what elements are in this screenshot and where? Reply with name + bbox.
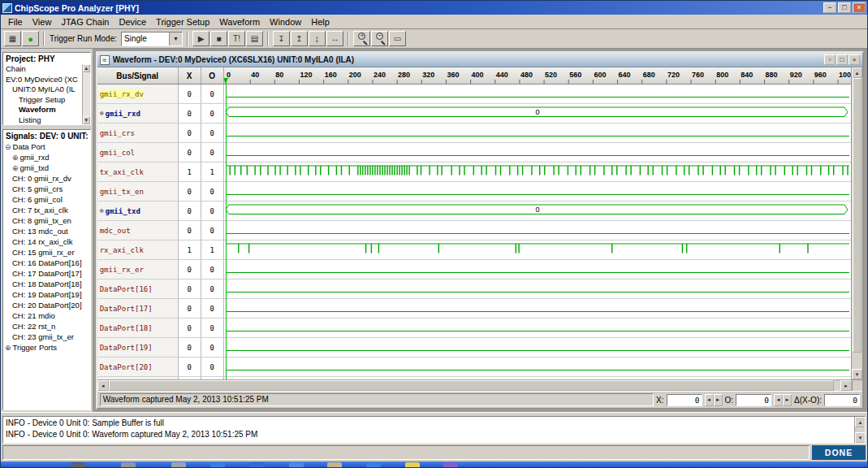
scroll-down-icon[interactable]: [83, 116, 90, 124]
signal-tree-item[interactable]: CH: 22 rst_n: [3, 321, 90, 332]
signal-waveform[interactable]: [224, 84, 851, 104]
maximize-button[interactable]: □: [838, 2, 851, 13]
signal-name[interactable]: DataPort[18]: [97, 318, 179, 338]
expand-icon[interactable]: ⊕: [100, 110, 104, 117]
project-tree-item[interactable]: Trigger Setup: [3, 95, 90, 106]
signal-waveform[interactable]: [224, 338, 851, 358]
signal-waveform[interactable]: [224, 280, 851, 299]
signal-tree-item[interactable]: CH: 13 mdc_out: [3, 226, 90, 236]
expand-icon[interactable]: ⊕: [5, 343, 11, 353]
zoom-fit-icon[interactable]: ▭: [389, 31, 406, 46]
expand-icon[interactable]: ⊕: [12, 153, 19, 162]
zoom-in-icon[interactable]: +: [353, 31, 370, 46]
signal-tree-item[interactable]: CH: 0 gmii_rx_dv: [3, 173, 90, 184]
signal-waveform[interactable]: [224, 124, 851, 143]
signal-name[interactable]: DataPort[20]: [97, 358, 179, 377]
expand-icon[interactable]: ⊕: [100, 207, 104, 214]
signal-tree-item[interactable]: CH: 6 gmii_col: [3, 194, 90, 205]
scrollbar-thumb[interactable]: [109, 380, 834, 391]
signal-waveform[interactable]: [224, 143, 851, 162]
signal-name[interactable]: ⊕gmii_rxd: [97, 104, 179, 124]
signal-name[interactable]: gmii_rx_dv: [97, 84, 179, 104]
expand-icon[interactable]: ⊕: [12, 163, 19, 173]
signal-tree-item[interactable]: CH: 21 mdio: [3, 310, 90, 321]
signal-tree-item[interactable]: CH: 18 DataPort[18]: [3, 279, 90, 289]
wf-restore-button[interactable]: ▫: [824, 54, 836, 65]
taskbar-item[interactable]: [405, 462, 420, 467]
signal-name[interactable]: mdc_out: [97, 221, 179, 240]
menu-device[interactable]: Device: [114, 16, 151, 28]
scroll-down-icon[interactable]: [855, 432, 866, 443]
signal-tree-item[interactable]: ⊕Trigger Ports: [3, 342, 90, 353]
scroll-right-icon[interactable]: [840, 380, 852, 391]
scroll-up-icon[interactable]: [83, 64, 90, 72]
menu-window[interactable]: Window: [265, 16, 306, 28]
menu-waveform[interactable]: Waveform: [214, 16, 265, 28]
run-trigger-button[interactable]: ▶: [192, 31, 209, 46]
project-panel-scrollbar[interactable]: [82, 64, 90, 124]
scrollbar-thumb[interactable]: [853, 78, 862, 353]
signal-tree-item[interactable]: CH: 17 DataPort[17]: [3, 268, 90, 279]
project-tree-item[interactable]: Waveform: [3, 105, 90, 115]
signal-waveform[interactable]: [224, 358, 851, 377]
signal-name[interactable]: gmii_rx_er: [97, 260, 179, 280]
wf-maximize-button[interactable]: □: [836, 54, 848, 65]
menu-file[interactable]: File: [3, 16, 28, 28]
signal-name[interactable]: gmii_tx_en: [97, 182, 179, 202]
signal-name[interactable]: DataPort[17]: [97, 299, 179, 318]
scrollbar-track[interactable]: [852, 353, 862, 369]
scrollbar-track[interactable]: [834, 380, 840, 391]
taskbar-item[interactable]: [121, 462, 136, 467]
spin-right-icon[interactable]: [783, 394, 792, 406]
signal-name[interactable]: gmii_col: [97, 143, 179, 162]
chevron-down-icon[interactable]: [169, 32, 182, 46]
signal-tree-item[interactable]: CH: 5 gmii_crs: [3, 184, 90, 194]
goto-t-marker-icon[interactable]: ↧: [273, 31, 290, 46]
signal-name[interactable]: tx_axi_clk: [97, 162, 179, 182]
spin-left-icon[interactable]: [774, 394, 783, 406]
stop-acquisition-button[interactable]: ■: [210, 31, 227, 46]
waveform-titlebar[interactable]: Waveform - DEV:0 MyDevice0 (XC6SLX16) UN…: [97, 53, 862, 67]
taskbar[interactable]: [1, 462, 867, 467]
project-tree-item[interactable]: EV:0 MyDevice0 (XC: [3, 75, 90, 85]
menu-jtag-chain[interactable]: JTAG Chain: [56, 16, 114, 28]
project-tree-item[interactable]: UNIT:0 MyILA0 (IL: [3, 84, 90, 95]
goto-o-cursor-icon[interactable]: ↨: [309, 31, 326, 46]
scroll-left-icon[interactable]: [97, 380, 109, 391]
signal-name[interactable]: ⊕gmii_txd: [97, 202, 179, 221]
project-tree-item[interactable]: Listing: [3, 115, 90, 126]
taskbar-item[interactable]: [171, 462, 186, 467]
menu-help[interactable]: Help: [306, 16, 335, 28]
zoom-out-icon[interactable]: −: [371, 31, 388, 46]
spin-right-icon[interactable]: [714, 394, 723, 406]
menu-view[interactable]: View: [28, 16, 57, 28]
taskbar-item[interactable]: [327, 462, 342, 467]
signal-tree-item[interactable]: CH: 7 tx_axi_clk: [3, 205, 90, 215]
signal-waveform[interactable]: [224, 299, 851, 318]
signal-name[interactable]: DataPort[19]: [97, 338, 179, 358]
o-cursor-field[interactable]: 0: [736, 394, 771, 406]
vertical-scrollbar[interactable]: [851, 67, 862, 379]
signal-waveform[interactable]: [224, 318, 851, 338]
timeline-ruler[interactable]: 0408012016020024028032036040044048052056…: [224, 67, 851, 84]
signal-tree-item[interactable]: ⊖Data Port: [3, 141, 90, 152]
center-cursors-icon[interactable]: ↔: [326, 31, 343, 46]
signal-waveform[interactable]: [224, 182, 851, 202]
target-connected-icon[interactable]: ●: [22, 31, 39, 46]
signal-waveform[interactable]: 0: [224, 202, 851, 221]
signal-tree-item[interactable]: ⊕gmii_rxd: [3, 152, 90, 162]
scroll-down-icon[interactable]: [852, 369, 862, 379]
menu-trigger-setup[interactable]: Trigger Setup: [151, 16, 214, 28]
taskbar-item[interactable]: [71, 462, 85, 467]
signal-tree-item[interactable]: CH: 16 DataPort[16]: [3, 258, 90, 268]
taskbar-item[interactable]: [366, 462, 381, 467]
signal-waveform[interactable]: [224, 260, 851, 280]
horizontal-scrollbar[interactable]: [97, 379, 862, 391]
scroll-up-icon[interactable]: [855, 417, 866, 427]
signal-tree-item[interactable]: CH: 19 DataPort[19]: [3, 289, 90, 300]
signal-name[interactable]: mdio: [97, 377, 179, 379]
signal-waveform[interactable]: [224, 221, 851, 240]
wf-close-button[interactable]: ×: [849, 54, 860, 65]
signal-tree-item[interactable]: ⊕gmii_txd: [3, 162, 90, 173]
signal-name[interactable]: gmii_crs: [97, 124, 179, 143]
